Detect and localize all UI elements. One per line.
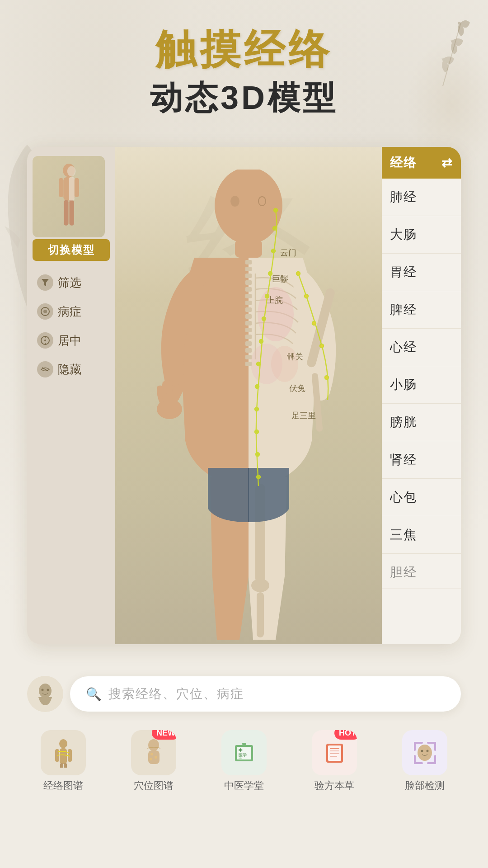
svg-point-106	[418, 745, 432, 761]
search-icon: 🔍	[86, 687, 102, 702]
svg-text:髀关: 髀关	[287, 352, 303, 361]
head-icon-button[interactable]	[27, 676, 63, 712]
nav-item-face-detect[interactable]: 脸部检测	[384, 730, 465, 793]
svg-marker-9	[42, 279, 49, 286]
svg-rect-37	[245, 341, 252, 346]
switch-model-button[interactable]: 切换模型	[33, 239, 110, 261]
meridian-item-stomach[interactable]: 胃经	[382, 254, 461, 291]
center-model[interactable]: 经	[115, 147, 382, 644]
svg-rect-101	[434, 742, 436, 751]
meridian-item-heart[interactable]: 心经	[382, 329, 461, 366]
nav-icon-acupoint-map: NEW	[131, 730, 176, 775]
filter-label: 筛选	[58, 275, 81, 291]
svg-point-63	[312, 321, 316, 325]
nav-item-tcm-classic[interactable]: HOT 验方本草	[294, 730, 375, 793]
meridian-item-pericardium[interactable]: 心包	[382, 479, 461, 516]
meridian-item-gallbladder[interactable]: 胆经	[382, 554, 461, 589]
svg-rect-29	[245, 287, 252, 292]
svg-rect-38	[245, 348, 252, 353]
filter-menu-item[interactable]: 筛选	[33, 268, 110, 297]
svg-point-8	[67, 166, 75, 177]
svg-point-65	[325, 376, 328, 379]
svg-rect-34	[245, 321, 252, 326]
nav-label-tcm-classic: 验方本草	[314, 779, 354, 793]
meridian-item-bladder[interactable]: 膀胱	[382, 404, 461, 441]
search-placeholder: 搜索经络、穴位、病症	[108, 685, 244, 703]
center-label: 居中	[58, 333, 81, 349]
svg-rect-31	[245, 301, 252, 305]
meridian-header[interactable]: 经络 ⇄	[382, 147, 461, 179]
search-bar[interactable]: 🔍 搜索经络、穴位、病症	[70, 676, 461, 712]
svg-rect-30	[245, 294, 252, 298]
svg-point-24	[271, 346, 298, 382]
meridian-item-small-intestine[interactable]: 小肠	[382, 366, 461, 404]
svg-point-75	[59, 739, 67, 748]
meridian-item-spleen[interactable]: 脾经	[382, 291, 461, 329]
svg-rect-39	[245, 355, 252, 359]
svg-point-49	[273, 226, 277, 230]
meridian-item-large-intestine[interactable]: 大肠	[382, 216, 461, 254]
nav-item-meridian-figure[interactable]: 经络图谱	[23, 730, 104, 793]
body-preview-svg	[52, 163, 86, 231]
bottom-nav: 经络图谱 NEW 穴位图谱 中 医学 堂	[0, 717, 488, 802]
svg-point-17	[215, 170, 282, 244]
svg-rect-4	[74, 178, 79, 197]
svg-text:上脘: 上脘	[267, 296, 283, 305]
nav-label-face-detect: 脸部检测	[405, 779, 445, 793]
meridian-item-lung[interactable]: 肺经	[382, 179, 461, 216]
svg-rect-105	[434, 755, 436, 764]
svg-point-108	[426, 750, 428, 752]
svg-point-61	[296, 272, 300, 275]
center-menu-item[interactable]: 居中	[33, 326, 110, 355]
meridian-item-kidney[interactable]: 肾经	[382, 441, 461, 479]
svg-rect-103	[414, 755, 416, 764]
disease-menu-item[interactable]: 病症	[33, 297, 110, 326]
main-card: 切换模型 筛选 病症 居中	[27, 147, 461, 644]
svg-rect-5	[64, 200, 68, 226]
svg-point-73	[42, 689, 44, 691]
hide-icon	[37, 361, 53, 377]
svg-point-74	[47, 689, 49, 691]
nav-label-tcm-learn: 中医学堂	[224, 779, 264, 793]
hide-menu-item[interactable]: 隐藏	[33, 355, 110, 384]
svg-point-13	[44, 340, 46, 341]
svg-point-62	[305, 294, 308, 298]
svg-rect-76	[60, 748, 67, 764]
svg-point-84	[155, 756, 157, 759]
meridian-item-triple-burner[interactable]: 三焦	[382, 516, 461, 554]
nav-item-tcm-learn[interactable]: 中 医学 堂 中医学堂	[203, 730, 285, 793]
meridian-header-label: 经络	[390, 154, 417, 171]
filter-icon	[37, 274, 53, 291]
svg-point-83	[150, 753, 153, 755]
svg-rect-28	[245, 280, 252, 285]
svg-point-51	[268, 272, 272, 275]
svg-point-81	[148, 739, 159, 751]
svg-point-72	[39, 684, 52, 698]
model-preview[interactable]	[33, 156, 105, 237]
hot-badge: HOT	[334, 730, 357, 740]
body-illustration-svg: 云门 巨髎 上脘 髀关 伏兔 足三里	[136, 170, 361, 644]
svg-text:堂: 堂	[239, 755, 242, 759]
svg-point-57	[255, 407, 258, 411]
svg-point-11	[43, 310, 47, 313]
svg-point-85	[150, 758, 152, 760]
sub-title: 动态3D模型	[0, 76, 488, 120]
disease-icon	[37, 303, 53, 320]
nav-label-meridian-figure: 经络图谱	[43, 779, 83, 793]
svg-point-58	[255, 430, 258, 434]
nav-item-acupoint-map[interactable]: NEW 穴位图谱	[113, 730, 194, 793]
header: 触摸经络 动态3D模型	[0, 0, 488, 138]
svg-text:中: 中	[239, 748, 243, 753]
svg-rect-35	[245, 328, 252, 332]
svg-point-56	[255, 385, 259, 388]
svg-rect-25	[245, 260, 252, 264]
svg-point-54	[259, 340, 263, 343]
svg-point-55	[257, 362, 260, 366]
svg-rect-3	[59, 178, 63, 197]
nav-icon-tcm-learn: 中 医学 堂	[221, 730, 267, 775]
svg-rect-36	[245, 335, 252, 339]
svg-rect-91	[242, 743, 246, 745]
svg-rect-7	[69, 177, 74, 201]
disease-label: 病症	[58, 304, 81, 320]
svg-rect-46	[257, 592, 264, 637]
